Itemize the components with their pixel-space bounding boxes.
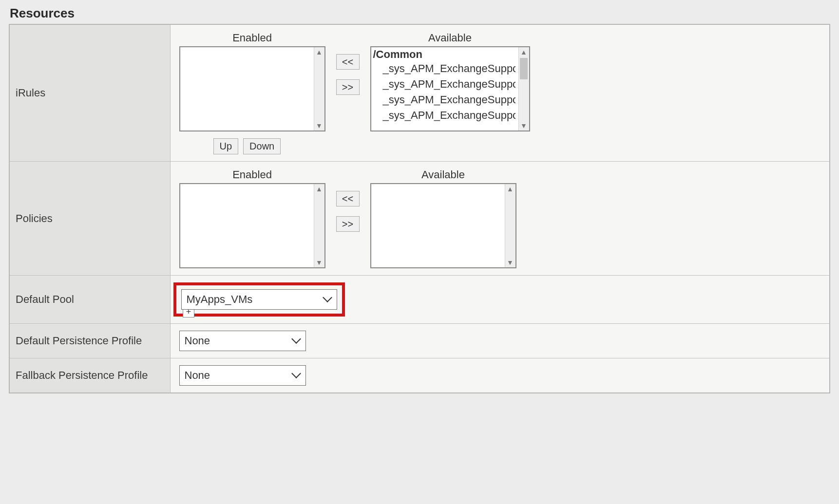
scroll-down-icon[interactable]: ▼: [507, 258, 514, 267]
policies-row: Policies Enabled ▲ ▼ <<: [9, 162, 830, 276]
policies-enabled-listbox[interactable]: ▲ ▼: [179, 183, 325, 268]
default-pool-row: Default Pool + MyApps_VMs: [9, 276, 830, 324]
policies-available-label: Available: [421, 168, 465, 181]
section-title: Resources: [10, 6, 830, 21]
policies-enabled-label: Enabled: [232, 168, 272, 181]
move-left-button[interactable]: <<: [336, 54, 360, 70]
fallback-persistence-content: None: [170, 358, 830, 393]
scrollbar[interactable]: ▲ ▼: [314, 184, 324, 267]
scroll-up-icon[interactable]: ▲: [316, 184, 323, 194]
policies-available-listbox[interactable]: ▲ ▼: [370, 183, 516, 268]
chevron-down-icon: [293, 373, 301, 378]
fallback-persistence-select[interactable]: None: [179, 365, 306, 386]
scrollbar[interactable]: ▲ ▼: [518, 47, 529, 131]
default-pool-label-cell: Default Pool +: [9, 276, 170, 324]
chevron-down-icon: [293, 338, 301, 343]
scroll-down-icon[interactable]: ▼: [316, 258, 323, 267]
default-persistence-label: Default Persistence Profile: [16, 335, 142, 347]
default-persistence-row: Default Persistence Profile None: [9, 324, 830, 358]
default-pool-content: MyApps_VMs: [170, 276, 830, 324]
default-persistence-label-cell: Default Persistence Profile: [9, 324, 170, 358]
fallback-persistence-label-cell: Fallback Persistence Profile: [9, 358, 170, 393]
list-item[interactable]: _sys_APM_ExchangeSupport_ma: [374, 108, 515, 123]
irules-content: Enabled ▲ ▼ << >> Available: [170, 24, 830, 162]
policies-label-cell: Policies: [9, 162, 170, 276]
up-button[interactable]: Up: [213, 138, 239, 154]
policies-label: Policies: [16, 212, 53, 224]
default-pool-label: Default Pool: [16, 293, 74, 305]
fallback-persistence-value: None: [185, 369, 210, 382]
list-item[interactable]: _sys_APM_ExchangeSupport_he: [374, 92, 515, 108]
list-item[interactable]: _sys_APM_ExchangeSupport_OA: [374, 76, 515, 92]
chevron-down-icon: [324, 297, 332, 302]
irules-enabled-listbox[interactable]: ▲ ▼: [179, 46, 325, 131]
list-item[interactable]: _sys_APM_ExchangeSupport_OA: [374, 61, 515, 76]
scroll-thumb[interactable]: [520, 58, 528, 79]
fallback-persistence-label: Fallback Persistence Profile: [16, 369, 148, 381]
fallback-persistence-row: Fallback Persistence Profile None: [9, 358, 830, 393]
irules-available-listbox[interactable]: /Common _sys_APM_ExchangeSupport_OA _sys…: [370, 46, 530, 131]
default-pool-select[interactable]: MyApps_VMs: [181, 289, 337, 310]
move-left-button[interactable]: <<: [336, 191, 360, 206]
scroll-up-icon[interactable]: ▲: [316, 47, 323, 57]
irules-label-cell: iRules: [9, 24, 170, 162]
default-persistence-content: None: [170, 324, 830, 358]
scroll-down-icon[interactable]: ▼: [316, 121, 323, 131]
move-right-button[interactable]: >>: [336, 79, 360, 95]
default-persistence-select[interactable]: None: [179, 331, 306, 351]
scrollbar[interactable]: ▲ ▼: [314, 47, 324, 131]
scroll-up-icon[interactable]: ▲: [507, 184, 514, 194]
scrollbar[interactable]: ▲ ▼: [505, 184, 515, 267]
default-persistence-value: None: [185, 335, 210, 347]
scroll-up-icon[interactable]: ▲: [520, 47, 527, 57]
default-pool-value: MyApps_VMs: [187, 293, 253, 306]
irules-available-label: Available: [428, 32, 472, 44]
move-right-button[interactable]: >>: [336, 216, 360, 232]
irules-row: iRules Enabled ▲ ▼ <<: [9, 24, 830, 162]
policies-content: Enabled ▲ ▼ << >> Available: [170, 162, 830, 276]
down-button[interactable]: Down: [243, 138, 281, 154]
irules-label: iRules: [16, 87, 45, 99]
scroll-down-icon[interactable]: ▼: [520, 121, 527, 131]
resources-table: iRules Enabled ▲ ▼ <<: [9, 24, 830, 393]
irules-enabled-label: Enabled: [232, 32, 272, 44]
highlight-frame: MyApps_VMs: [173, 282, 345, 317]
available-group-label: /Common: [373, 48, 515, 61]
